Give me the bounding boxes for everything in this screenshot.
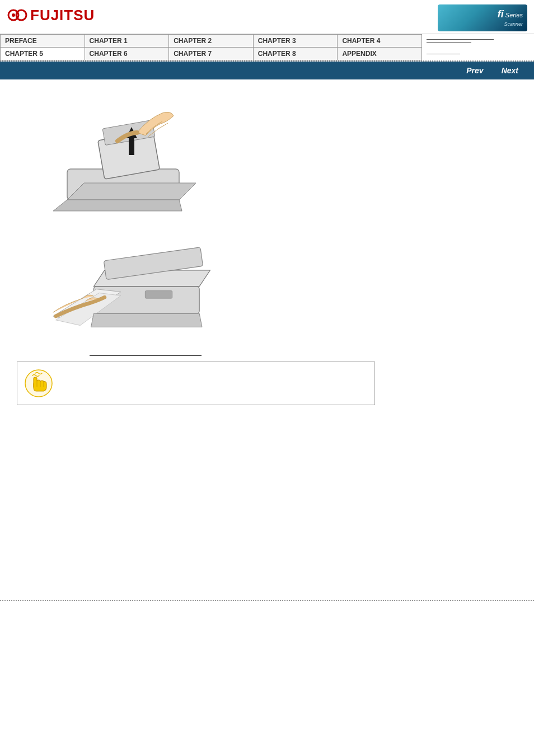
nav-chapter4[interactable]: CHAPTER 4 xyxy=(338,35,422,48)
main-content xyxy=(0,79,534,583)
prev-next-bar: Prev Next xyxy=(0,62,534,79)
next-button[interactable]: Next xyxy=(495,64,525,77)
svg-marker-15 xyxy=(91,313,202,327)
svg-rect-8 xyxy=(129,138,134,155)
ref-link[interactable] xyxy=(90,348,202,356)
scanner-adf-open-illustration xyxy=(50,102,207,214)
illustration-1 xyxy=(50,102,207,214)
illustration-2 xyxy=(50,231,218,337)
note-icon xyxy=(24,369,53,398)
nav-chapter6[interactable]: CHAPTER 6 xyxy=(85,48,169,60)
svg-point-2 xyxy=(12,13,15,17)
nav-blank-2 xyxy=(422,48,534,60)
nav-chapter8[interactable]: CHAPTER 8 xyxy=(253,48,338,60)
fujitsu-logo-text: FUJITSU xyxy=(30,7,95,24)
prev-button[interactable]: Prev xyxy=(460,64,490,77)
nav-preface[interactable]: PREFACE xyxy=(1,35,85,48)
nav-table: PREFACE CHAPTER 1 CHAPTER 2 CHAPTER 3 CH… xyxy=(0,34,534,60)
nav-chapter3[interactable]: CHAPTER 3 xyxy=(253,35,338,48)
note-box xyxy=(17,361,375,405)
fi-series-text: fi Series Scanner xyxy=(498,8,523,28)
fujitsu-logo: FUJITSU xyxy=(7,4,95,26)
nav-table-container: PREFACE CHAPTER 1 CHAPTER 2 CHAPTER 3 CH… xyxy=(0,34,534,60)
nav-chapter5[interactable]: CHAPTER 5 xyxy=(1,48,85,60)
nav-chapter2[interactable]: CHAPTER 2 xyxy=(169,35,254,48)
fi-series-badge: fi Series Scanner xyxy=(438,4,527,31)
page-header: FUJITSU fi Series Scanner xyxy=(0,0,534,34)
svg-marker-4 xyxy=(67,183,196,200)
bottom-separator xyxy=(0,600,534,601)
svg-marker-9 xyxy=(53,200,182,211)
fujitsu-logo-icon xyxy=(7,4,28,26)
nav-chapter1[interactable]: CHAPTER 1 xyxy=(85,35,169,48)
nav-appendix[interactable]: APPENDIX xyxy=(338,48,422,60)
scanner-paper-load-illustration xyxy=(50,231,218,337)
nav-blank-1 xyxy=(422,35,534,48)
svg-rect-16 xyxy=(145,291,172,299)
nav-chapter7[interactable]: CHAPTER 7 xyxy=(169,48,254,60)
